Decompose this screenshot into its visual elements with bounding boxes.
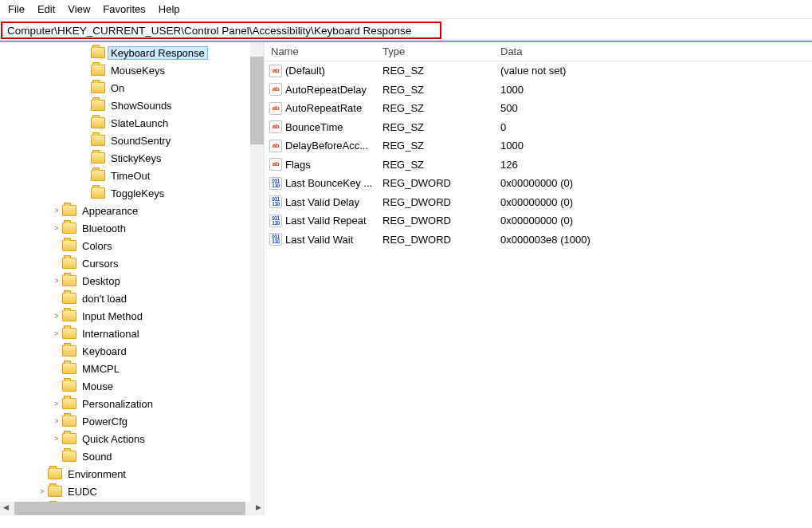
- tree-item[interactable]: >Appearance: [3, 202, 264, 219]
- tree-item-label: Environment: [65, 468, 128, 480]
- registry-tree[interactable]: ·Keyboard Response·MouseKeys·On·ShowSoun…: [0, 42, 264, 515]
- tree-item[interactable]: ·ShowSounds: [3, 97, 264, 114]
- value-row[interactable]: 011110Last BounceKey ...REG_DWORD0x00000…: [265, 174, 812, 193]
- value-row[interactable]: 011110Last Valid WaitREG_DWORD0x000003e8…: [265, 231, 812, 250]
- tree-item[interactable]: >Personalization: [3, 395, 264, 412]
- tree-item[interactable]: ·Keyboard: [3, 342, 264, 360]
- scroll-left-icon[interactable]: ◀: [0, 502, 11, 513]
- tree-item[interactable]: >Quick Actions: [3, 430, 264, 447]
- value-row[interactable]: 011110Last Valid DelayREG_DWORD0x0000000…: [265, 193, 812, 212]
- tree-item-label: Keyboard Response: [108, 46, 208, 60]
- expand-caret-icon[interactable]: >: [51, 207, 62, 215]
- folder-icon: [62, 345, 76, 357]
- tree-item[interactable]: ·SlateLaunch: [3, 114, 264, 132]
- tree-item[interactable]: ·MouseKeys: [3, 61, 264, 79]
- address-bar[interactable]: Computer\HKEY_CURRENT_USER\Control Panel…: [1, 22, 441, 39]
- value-row[interactable]: abDelayBeforeAcc...REG_SZ1000: [265, 136, 812, 156]
- tree-item[interactable]: ·Colors: [3, 237, 264, 254]
- tree-item[interactable]: >Desktop: [3, 272, 264, 290]
- expand-caret-icon[interactable]: >: [51, 224, 62, 232]
- column-type[interactable]: Type: [382, 45, 500, 57]
- value-type: REG_SZ: [382, 159, 500, 171]
- tree-item[interactable]: >PowerCfg: [3, 412, 264, 430]
- tree-item[interactable]: ·On: [3, 79, 264, 97]
- column-data[interactable]: Data: [500, 45, 812, 57]
- folder-icon: [48, 468, 62, 479]
- expand-caret-icon[interactable]: >: [51, 400, 62, 408]
- dword-value-icon: 011110: [269, 233, 282, 246]
- main-panel: ·Keyboard Response·MouseKeys·On·ShowSoun…: [0, 41, 812, 515]
- caret-placeholder: ·: [80, 49, 91, 57]
- tree-item[interactable]: >Bluetooth: [3, 219, 264, 237]
- tree-item[interactable]: ·SoundSentry: [3, 132, 264, 149]
- tree-item-label: SlateLaunch: [108, 117, 171, 129]
- folder-icon: [91, 187, 105, 199]
- caret-placeholder: ·: [51, 294, 62, 302]
- tree-item[interactable]: ·StickyKeys: [3, 149, 264, 167]
- value-row[interactable]: ab(Default)REG_SZ(value not set): [265, 61, 812, 81]
- tree-item[interactable]: >International: [3, 325, 264, 342]
- tree-item[interactable]: ·Mouse: [3, 377, 264, 395]
- expand-caret-icon[interactable]: >: [51, 417, 62, 425]
- value-row[interactable]: 011110Last Valid RepeatREG_DWORD0x000000…: [265, 211, 812, 231]
- tree-item[interactable]: ·ToggleKeys: [3, 184, 264, 202]
- value-type: REG_DWORD: [382, 215, 500, 227]
- tree-item-label: Personalization: [80, 398, 155, 410]
- value-name: Last BounceKey ...: [285, 177, 382, 189]
- expand-caret-icon[interactable]: >: [37, 487, 48, 495]
- folder-icon: [62, 240, 76, 251]
- tree-item[interactable]: ·Environment: [3, 465, 264, 483]
- caret-placeholder: ·: [80, 154, 91, 162]
- caret-placeholder: ·: [80, 189, 91, 197]
- value-name: Flags: [285, 159, 382, 171]
- dword-value-icon: 011110: [269, 215, 282, 227]
- menu-bar: File Edit View Favorites Help: [0, 0, 812, 19]
- menu-favorites[interactable]: Favorites: [98, 2, 153, 17]
- caret-placeholder: ·: [80, 66, 91, 74]
- vertical-scroll-thumb[interactable]: [250, 57, 264, 144]
- tree-item-label: Colors: [80, 240, 115, 252]
- scroll-right-icon[interactable]: ▶: [253, 502, 264, 513]
- expand-caret-icon[interactable]: >: [51, 329, 62, 337]
- tree-item[interactable]: ·MMCPL: [3, 360, 264, 377]
- tree-item-label: SoundSentry: [108, 135, 173, 147]
- value-row[interactable]: abFlagsREG_SZ126: [265, 156, 812, 175]
- value-name: AutoRepeatDelay: [285, 84, 382, 96]
- expand-caret-icon[interactable]: >: [51, 435, 62, 443]
- value-name: (Default): [285, 65, 382, 77]
- folder-icon: [62, 223, 76, 234]
- tree-item[interactable]: ·Cursors: [3, 254, 264, 272]
- caret-placeholder: ·: [51, 347, 62, 355]
- column-name[interactable]: Name: [265, 45, 382, 57]
- vertical-scrollbar[interactable]: [250, 42, 264, 502]
- caret-placeholder: ·: [80, 136, 91, 144]
- horizontal-scroll-thumb[interactable]: [14, 502, 245, 515]
- value-row[interactable]: abAutoRepeatDelayREG_SZ1000: [265, 81, 812, 100]
- tree-item-label: StickyKeys: [108, 152, 164, 164]
- value-type: REG_DWORD: [382, 196, 500, 208]
- tree-item[interactable]: ·Sound: [3, 447, 264, 465]
- value-row[interactable]: abAutoRepeatRateREG_SZ500: [265, 99, 812, 118]
- caret-placeholder: ·: [37, 470, 48, 478]
- tree-item[interactable]: ·Keyboard Response: [3, 44, 264, 61]
- menu-file[interactable]: File: [3, 2, 33, 17]
- tree-item[interactable]: ·don't load: [3, 290, 264, 307]
- folder-icon: [91, 47, 105, 58]
- tree-item[interactable]: >Input Method: [3, 307, 264, 325]
- value-row[interactable]: abBounceTimeREG_SZ0: [265, 118, 812, 137]
- tree-item[interactable]: ·TimeOut: [3, 167, 264, 184]
- menu-view[interactable]: View: [63, 2, 98, 17]
- menu-edit[interactable]: Edit: [33, 2, 63, 17]
- menu-help[interactable]: Help: [154, 2, 188, 17]
- expand-caret-icon[interactable]: >: [51, 277, 62, 285]
- horizontal-scrollbar[interactable]: ◀ ▶: [0, 502, 264, 515]
- folder-icon: [62, 205, 76, 216]
- values-list[interactable]: ab(Default)REG_SZ(value not set)abAutoRe…: [265, 61, 812, 249]
- expand-caret-icon[interactable]: >: [51, 312, 62, 320]
- tree-item-label: Input Method: [80, 310, 145, 322]
- value-type: REG_DWORD: [382, 177, 500, 189]
- tree-item-label: Sound: [80, 451, 115, 463]
- tree-item[interactable]: >EUDC: [3, 483, 264, 500]
- folder-icon: [62, 258, 76, 269]
- caret-placeholder: ·: [80, 119, 91, 127]
